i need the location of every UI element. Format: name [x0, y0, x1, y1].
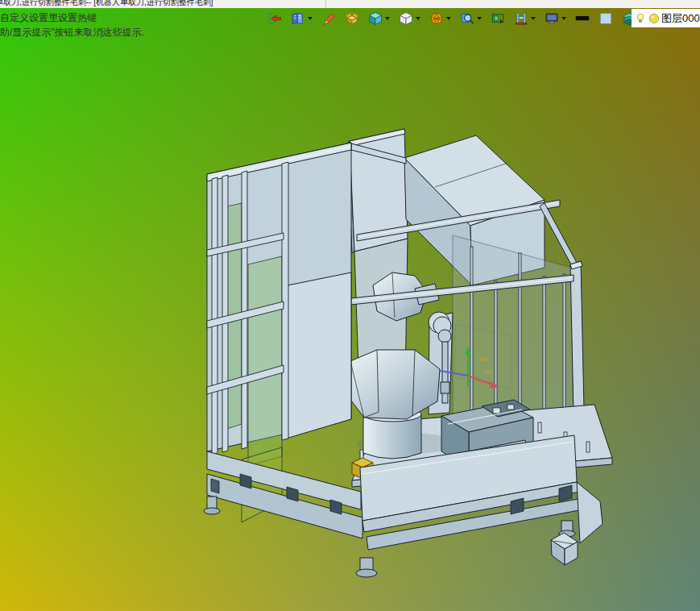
wireframe-cube-icon — [399, 11, 413, 26]
dropdown-caret — [446, 17, 451, 20]
blue-swatch-icon — [599, 11, 613, 26]
shaded-cube-icon — [368, 11, 383, 26]
monitor-icon — [545, 11, 559, 26]
lightbulb-icon[interactable] — [634, 12, 647, 25]
dropdown-caret — [385, 17, 390, 20]
toolbar — [267, 9, 644, 28]
render-style-button[interactable] — [429, 11, 451, 26]
window-select-icon — [491, 11, 505, 26]
edit-pencil-button[interactable] — [321, 11, 336, 26]
layer-color-icon[interactable] — [648, 12, 661, 25]
dropdown-caret — [561, 17, 566, 20]
dropdown-caret — [531, 17, 536, 20]
cad-scene[interactable] — [0, 8, 700, 611]
dropdown-caret — [416, 17, 420, 20]
bench-icon — [514, 11, 528, 26]
dropdown-caret — [308, 17, 313, 20]
open-box-button[interactable] — [345, 11, 359, 26]
zoom-area-button[interactable] — [460, 11, 482, 26]
open-box-icon — [345, 11, 359, 26]
display-monitor-button[interactable] — [545, 11, 566, 26]
window-select-button[interactable] — [491, 11, 505, 26]
titlebar-divider — [325, 0, 326, 8]
wireframe-view-button[interactable] — [399, 11, 420, 26]
black-swatch-icon — [575, 11, 590, 26]
orange-sphere-icon — [429, 11, 444, 26]
dropdown-caret — [477, 17, 482, 20]
layer-label[interactable]: 图层000 — [661, 11, 700, 26]
workbench-button[interactable] — [514, 11, 536, 26]
blue-swatch-button[interactable] — [599, 11, 613, 26]
book-icon — [291, 11, 305, 26]
layer-panel[interactable]: 图层000 — [632, 9, 700, 27]
black-swatch-button[interactable] — [575, 11, 590, 26]
zoom-box-icon — [460, 11, 474, 26]
loose-foot-block[interactable] — [551, 533, 578, 565]
notebook-button[interactable] — [291, 11, 313, 26]
viewport-3d[interactable]: 在自定义设置里设置热键 帮助/显示提示"按钮来取消这些提示. — [0, 8, 700, 611]
window-title: 单取刀,进行切割整件毛刺-- [机器人单取刀,进行切割整件毛刺] — [0, 0, 700, 8]
exit-icon — [267, 11, 282, 26]
title-bar: 单取刀,进行切割整件毛刺-- [机器人单取刀,进行切割整件毛刺] — [0, 0, 700, 8]
pencil-icon — [321, 11, 336, 26]
exit-button[interactable] — [267, 11, 282, 26]
shaded-view-button[interactable] — [368, 11, 390, 26]
